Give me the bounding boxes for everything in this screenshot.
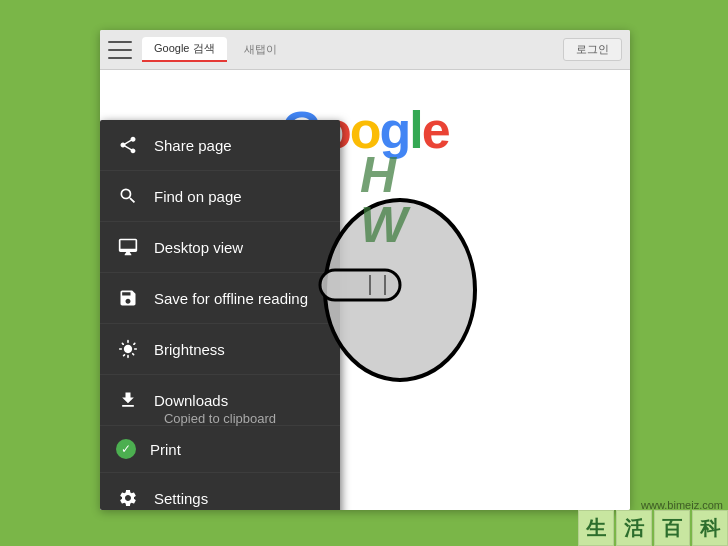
browser-content: Google Share page Find on page xyxy=(100,70,630,510)
inactive-tab[interactable]: 새탭이 xyxy=(232,38,289,61)
share-label: Share page xyxy=(154,137,232,154)
brightness-icon xyxy=(116,337,140,361)
menu-item-brightness[interactable]: Brightness xyxy=(100,324,340,375)
browser-topbar: Google 검색 새탭이 로그인 xyxy=(100,30,630,70)
watermark-url: www.bimeiz.com xyxy=(641,499,723,511)
browser-window: Google 검색 새탭이 로그인 Google Share page Fin xyxy=(100,30,630,510)
desktop-icon xyxy=(116,235,140,259)
hamburger-icon[interactable] xyxy=(108,41,132,59)
login-button[interactable]: 로그인 xyxy=(563,38,622,61)
save-label: Save for offline reading xyxy=(154,290,308,307)
brightness-label: Brightness xyxy=(154,341,225,358)
menu-item-find[interactable]: Find on page xyxy=(100,171,340,222)
check-icon xyxy=(116,439,136,459)
active-tab[interactable]: Google 검색 xyxy=(142,37,227,62)
menu-item-share[interactable]: Share page xyxy=(100,120,340,171)
share-icon xyxy=(116,133,140,157)
settings-icon xyxy=(116,486,140,510)
search-icon xyxy=(116,184,140,208)
context-menu: Share page Find on page Desktop view xyxy=(100,120,340,510)
menu-item-desktop[interactable]: Desktop view xyxy=(100,222,340,273)
menu-item-settings[interactable]: Settings xyxy=(100,473,340,510)
desktop-label: Desktop view xyxy=(154,239,243,256)
print-label: Print xyxy=(150,441,181,458)
settings-label: Settings xyxy=(154,490,208,507)
menu-item-save[interactable]: Save for offline reading xyxy=(100,273,340,324)
copied-toast: Copied to clipboard xyxy=(100,403,340,434)
find-label: Find on page xyxy=(154,188,242,205)
chinese-watermark: 生 活 百 科 xyxy=(578,510,728,546)
save-icon xyxy=(116,286,140,310)
